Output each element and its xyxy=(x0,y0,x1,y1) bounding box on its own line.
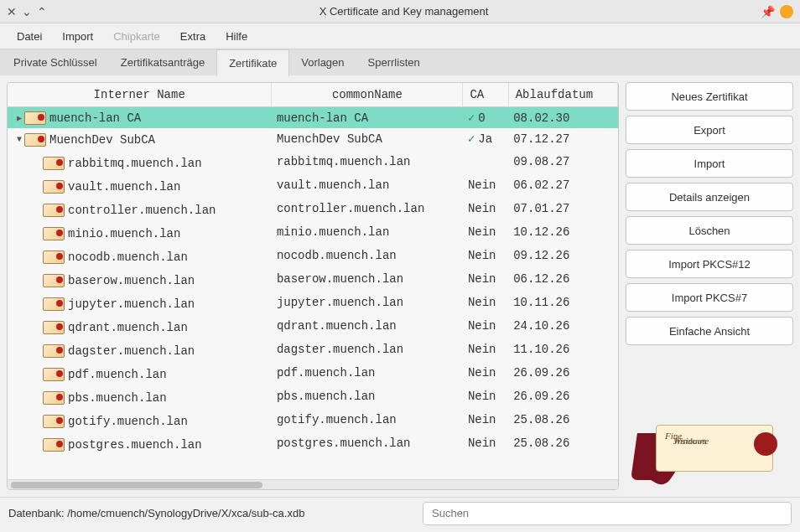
cert-cn: controller.muench.lan xyxy=(272,197,463,220)
import-button[interactable]: Import xyxy=(626,149,793,178)
menu-help[interactable]: Hilfe xyxy=(216,25,257,48)
cert-cn: pdf.muench.lan xyxy=(272,361,463,385)
table-row[interactable]: postgres.muench.lanpostgres.muench.lanNe… xyxy=(8,431,618,455)
cert-expiry: 11.10.26 xyxy=(508,338,617,361)
cert-name: minio.muench.lan xyxy=(68,227,180,240)
table-row[interactable]: rabbitmq.muench.lanrabbitmq.muench.lan09… xyxy=(8,150,618,173)
max-icon[interactable]: ⌃ xyxy=(37,5,47,18)
cert-cn: dagster.muench.lan xyxy=(272,338,463,361)
window-title: X Certificate and Key management xyxy=(47,5,761,18)
cert-name: jupyter.muench.lan xyxy=(68,297,195,311)
cert-name: nocodb.muench.lan xyxy=(68,251,188,264)
pin-icon[interactable]: 📌 xyxy=(761,5,775,18)
min-icon[interactable]: ⌄ xyxy=(22,5,32,18)
export-button[interactable]: Export xyxy=(626,116,793,144)
menubar: Datei Import Chipkarte Extra Hilfe xyxy=(0,23,800,49)
table-row[interactable]: gotify.muench.langotify.muench.lanNein25… xyxy=(8,408,618,431)
cert-name: rabbitmq.muench.lan xyxy=(68,157,202,170)
tab-private-keys[interactable]: Private Schlüssel xyxy=(2,49,109,75)
details-button[interactable]: Details anzeigen xyxy=(626,183,793,211)
cert-icon xyxy=(43,180,65,194)
table-row[interactable]: controller.muench.lancontroller.muench.l… xyxy=(8,197,618,220)
cert-ca: Nein xyxy=(468,272,496,286)
plain-view-button[interactable]: Einfache Ansicht xyxy=(626,317,793,345)
cert-expiry: 09.12.26 xyxy=(508,244,617,267)
app-icon xyxy=(780,5,793,18)
table-row[interactable]: pbs.muench.lanpbs.muench.lanNein26.09.26 xyxy=(8,385,618,408)
cert-ca: Nein xyxy=(468,390,496,403)
table-row[interactable]: baserow.muench.lanbaserow.muench.lanNein… xyxy=(8,267,618,291)
search-input[interactable] xyxy=(423,502,792,525)
cert-expiry: 07.12.27 xyxy=(508,128,617,150)
cert-table: Interner Name commonName CA Ablaufdatum … xyxy=(7,82,619,490)
col-header-expiry[interactable]: Ablaufdatum xyxy=(508,83,617,107)
menu-chipcard: Chipkarte xyxy=(103,25,170,48)
menu-import[interactable]: Import xyxy=(52,25,103,48)
cert-cn: nocodb.muench.lan xyxy=(272,244,463,267)
cert-icon xyxy=(43,415,65,428)
cert-cn: muench-lan CA xyxy=(272,107,463,129)
cert-cn: MuenchDev SubCA xyxy=(272,128,463,150)
cert-expiry: 06.02.27 xyxy=(508,173,617,197)
h-scrollbar[interactable] xyxy=(8,479,618,489)
table-row[interactable]: jupyter.muench.lanjupyter.muench.lanNein… xyxy=(8,291,618,314)
cert-name: postgres.muench.lan xyxy=(68,438,202,452)
cert-ca: Nein xyxy=(468,178,496,192)
menu-extra[interactable]: Extra xyxy=(170,25,216,48)
table-row[interactable]: nocodb.muench.lannocodb.muench.lanNein09… xyxy=(8,244,618,267)
import-pkcs12-button[interactable]: Import PKCS#12 xyxy=(626,250,793,278)
table-row[interactable]: ▼MuenchDev SubCAMuenchDev SubCA✓Ja07.12.… xyxy=(8,128,618,150)
tab-certs[interactable]: Zertifikate xyxy=(216,49,289,76)
cert-icon xyxy=(43,204,65,217)
content-area: Interner Name commonName CA Ablaufdatum … xyxy=(0,75,800,497)
new-cert-button[interactable]: Neues Zertifikat xyxy=(626,82,793,111)
delete-button[interactable]: Löschen xyxy=(626,216,793,245)
col-header-name[interactable]: Interner Name xyxy=(8,83,272,107)
app-logo: JnsinuateWindows Fine xyxy=(634,420,785,487)
table-row[interactable]: dagster.muench.landagster.muench.lanNein… xyxy=(8,338,618,361)
tab-templates[interactable]: Vorlagen xyxy=(289,49,356,75)
cert-name: muench-lan CA xyxy=(49,111,141,125)
cert-expiry: 26.09.26 xyxy=(508,385,617,408)
menu-file[interactable]: Datei xyxy=(7,25,52,48)
cert-icon xyxy=(43,297,65,311)
cert-icon xyxy=(43,227,65,240)
tab-csr[interactable]: Zertifikatsanträge xyxy=(109,49,216,75)
cert-cn: qdrant.muench.lan xyxy=(272,314,463,338)
cert-icon xyxy=(24,133,46,147)
chevron-right-icon[interactable]: ▶ xyxy=(14,113,24,123)
table-row[interactable]: minio.muench.lanminio.muench.lanNein10.1… xyxy=(8,220,618,244)
check-icon: ✓ xyxy=(468,132,475,146)
chevron-down-icon[interactable]: ▼ xyxy=(14,135,24,144)
tab-crl[interactable]: Sperrlisten xyxy=(356,49,432,75)
table-scroll[interactable]: Interner Name commonName CA Ablaufdatum … xyxy=(8,83,618,479)
table-row[interactable]: qdrant.muench.lanqdrant.muench.lanNein24… xyxy=(8,314,618,338)
table-row[interactable]: vault.muench.lanvault.muench.lanNein06.0… xyxy=(8,173,618,197)
table-row[interactable]: ▶muench-lan CAmuench-lan CA✓008.02.30 xyxy=(8,107,618,129)
col-header-cn[interactable]: commonName xyxy=(272,83,463,107)
cert-expiry: 09.08.27 xyxy=(508,150,617,173)
cert-cn: minio.muench.lan xyxy=(272,220,463,244)
cert-name: dagster.muench.lan xyxy=(68,344,195,358)
tab-bar: Private Schlüssel Zertifikatsanträge Zer… xyxy=(0,49,800,75)
table-row[interactable]: pdf.muench.lanpdf.muench.lanNein26.09.26 xyxy=(8,361,618,385)
cert-ca: Nein xyxy=(468,319,496,333)
cert-cn: jupyter.muench.lan xyxy=(272,291,463,314)
cert-name: vault.muench.lan xyxy=(68,180,180,194)
cert-expiry: 07.01.27 xyxy=(508,197,617,220)
cert-name: controller.muench.lan xyxy=(68,204,216,217)
cert-ca: Nein xyxy=(468,366,496,380)
cert-ca: Nein xyxy=(468,249,496,262)
cert-icon xyxy=(43,274,65,287)
import-pkcs7-button[interactable]: Import PKCS#7 xyxy=(626,283,793,312)
cert-expiry: 25.08.26 xyxy=(508,431,617,455)
h-scrollbar-thumb[interactable] xyxy=(11,482,262,488)
cert-name: baserow.muench.lan xyxy=(68,274,195,287)
cert-ca: Nein xyxy=(468,343,496,356)
close-icon[interactable]: ✕ xyxy=(7,5,17,18)
cert-name: pdf.muench.lan xyxy=(68,368,167,381)
col-header-ca[interactable]: CA xyxy=(463,83,508,107)
statusbar: Datenbank: /home/cmuench/SynologyDrive/X… xyxy=(0,497,800,529)
cert-expiry: 06.12.26 xyxy=(508,267,617,291)
cert-ca: Nein xyxy=(468,202,496,215)
